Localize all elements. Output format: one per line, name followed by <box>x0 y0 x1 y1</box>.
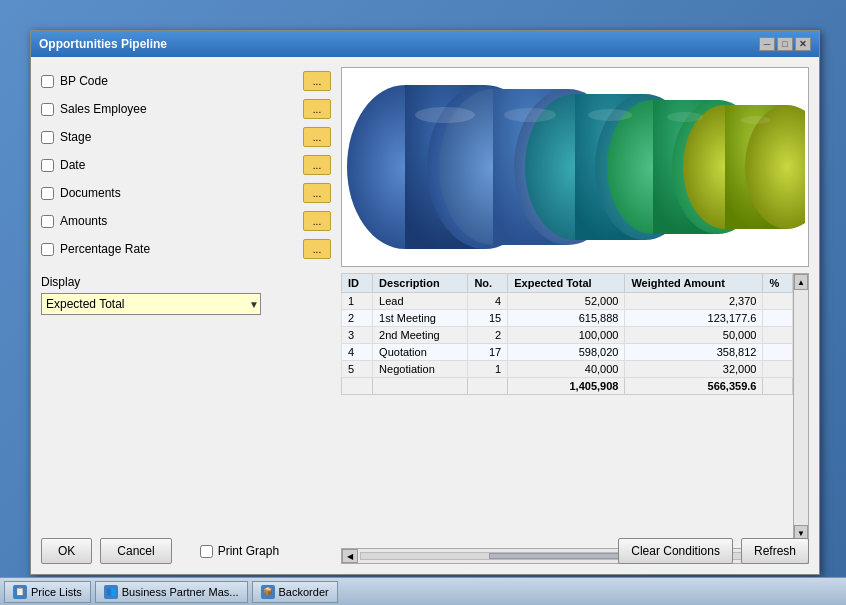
cb_documents-checkbox[interactable] <box>41 187 54 200</box>
business-partner-icon: 👥 <box>104 585 118 599</box>
display-select[interactable]: Expected Total Weighted Amount Count <box>41 293 261 315</box>
print-graph-label: Print Graph <box>218 544 279 558</box>
refresh-button[interactable]: Refresh <box>741 538 809 564</box>
cb_documents-ellipsis-button[interactable]: ... <box>303 183 331 203</box>
checkbox-row-cb_amounts: Amounts... <box>41 207 331 235</box>
table-row: 1Lead452,0002,370 <box>342 293 793 310</box>
cb_bp_code-checkbox[interactable] <box>41 75 54 88</box>
cell-expected-total: 40,000 <box>508 361 625 378</box>
cell-pct <box>763 344 793 361</box>
table-body: 1Lead452,0002,37021st Meeting15615,88812… <box>342 293 793 378</box>
cell-weighted-amount: 50,000 <box>625 327 763 344</box>
cb_percentage_rate-checkbox[interactable] <box>41 243 54 256</box>
totals-no <box>468 378 508 395</box>
table-row: 32nd Meeting2100,00050,000 <box>342 327 793 344</box>
left-panel: BP Code...Sales Employee...Stage...Date.… <box>41 67 331 564</box>
display-select-wrapper: Expected Total Weighted Amount Count ▼ <box>41 293 261 315</box>
cb_amounts-checkbox[interactable] <box>41 215 54 228</box>
cell-weighted-amount: 358,812 <box>625 344 763 361</box>
col-pct: % <box>763 274 793 293</box>
restore-button[interactable]: □ <box>777 37 793 51</box>
cb_amounts-label: Amounts <box>60 214 297 228</box>
totals-expected: 1,405,908 <box>508 378 625 395</box>
cell-id: 2 <box>342 310 373 327</box>
cell-no: 2 <box>468 327 508 344</box>
svg-point-16 <box>504 108 556 122</box>
taskbar-item-backorder[interactable]: 📦 Backorder <box>252 581 338 603</box>
cb_date-ellipsis-button[interactable]: ... <box>303 155 331 175</box>
taskbar-item-business-partner[interactable]: 👥 Business Partner Mas... <box>95 581 248 603</box>
cell-id: 3 <box>342 327 373 344</box>
scroll-up-button[interactable]: ▲ <box>794 274 808 290</box>
totals-id <box>342 378 373 395</box>
clear-conditions-button[interactable]: Clear Conditions <box>618 538 733 564</box>
cell-expected-total: 615,888 <box>508 310 625 327</box>
display-label: Display <box>41 275 331 289</box>
col-weighted-amount: Weighted Amount <box>625 274 763 293</box>
cb_documents-label: Documents <box>60 186 297 200</box>
cb_sales_employee-ellipsis-button[interactable]: ... <box>303 99 331 119</box>
checkbox-row-cb_date: Date... <box>41 151 331 179</box>
cell-no: 1 <box>468 361 508 378</box>
cb_sales_employee-checkbox[interactable] <box>41 103 54 116</box>
data-table: ID Description No. Expected Total Weight… <box>341 273 793 395</box>
title-bar-buttons: ─ □ ✕ <box>759 37 811 51</box>
checkbox-group: BP Code...Sales Employee...Stage...Date.… <box>41 67 331 263</box>
cell-description: Lead <box>373 293 468 310</box>
cell-description: Negotiation <box>373 361 468 378</box>
col-description: Description <box>373 274 468 293</box>
backorder-label: Backorder <box>279 586 329 598</box>
minimize-button[interactable]: ─ <box>759 37 775 51</box>
totals-pct <box>763 378 793 395</box>
totals-row: 1,405,908 566,359.6 <box>342 378 793 395</box>
cell-pct <box>763 327 793 344</box>
dialog-title: Opportunities Pipeline <box>39 37 759 51</box>
svg-point-19 <box>740 116 770 124</box>
cell-no: 15 <box>468 310 508 327</box>
cell-pct <box>763 310 793 327</box>
cancel-button[interactable]: Cancel <box>100 538 171 564</box>
price-lists-label: Price Lists <box>31 586 82 598</box>
taskbar: 📋 Price Lists 👥 Business Partner Mas... … <box>0 577 846 605</box>
svg-point-18 <box>667 112 703 122</box>
table-header-row: ID Description No. Expected Total Weight… <box>342 274 793 293</box>
taskbar-item-price-lists[interactable]: 📋 Price Lists <box>4 581 91 603</box>
cell-no: 17 <box>468 344 508 361</box>
close-button[interactable]: ✕ <box>795 37 811 51</box>
checkbox-row-cb_percentage_rate: Percentage Rate... <box>41 235 331 263</box>
cell-id: 1 <box>342 293 373 310</box>
totals-desc <box>373 378 468 395</box>
bottom-bar: OK Cancel Print Graph Clear Conditions R… <box>41 538 809 564</box>
print-graph-checkbox[interactable] <box>200 545 213 558</box>
table-scroll: ID Description No. Expected Total Weight… <box>341 273 793 542</box>
svg-point-17 <box>588 109 632 121</box>
col-no: No. <box>468 274 508 293</box>
table-container: ID Description No. Expected Total Weight… <box>341 273 809 542</box>
cell-id: 5 <box>342 361 373 378</box>
cb_stage-ellipsis-button[interactable]: ... <box>303 127 331 147</box>
cb_stage-label: Stage <box>60 130 297 144</box>
cb_bp_code-ellipsis-button[interactable]: ... <box>303 71 331 91</box>
table-row: 4Quotation17598,020358,812 <box>342 344 793 361</box>
right-panel: ID Description No. Expected Total Weight… <box>341 67 809 564</box>
dialog-content: BP Code...Sales Employee...Stage...Date.… <box>31 57 819 574</box>
table-row: 21st Meeting15615,888123,177.6 <box>342 310 793 327</box>
cb_stage-checkbox[interactable] <box>41 131 54 144</box>
scroll-v-track <box>794 290 808 525</box>
cell-weighted-amount: 2,370 <box>625 293 763 310</box>
backorder-icon: 📦 <box>261 585 275 599</box>
cb_amounts-ellipsis-button[interactable]: ... <box>303 211 331 231</box>
cell-description: 1st Meeting <box>373 310 468 327</box>
cell-pct <box>763 293 793 310</box>
cb_percentage_rate-label: Percentage Rate <box>60 242 297 256</box>
cb_date-checkbox[interactable] <box>41 159 54 172</box>
table-row: 5Negotiation140,00032,000 <box>342 361 793 378</box>
checkbox-row-cb_sales_employee: Sales Employee... <box>41 95 331 123</box>
cell-id: 4 <box>342 344 373 361</box>
cb_bp_code-label: BP Code <box>60 74 297 88</box>
cell-expected-total: 100,000 <box>508 327 625 344</box>
cb_percentage_rate-ellipsis-button[interactable]: ... <box>303 239 331 259</box>
ok-button[interactable]: OK <box>41 538 92 564</box>
cell-expected-total: 52,000 <box>508 293 625 310</box>
vertical-scrollbar[interactable]: ▲ ▼ <box>793 273 809 542</box>
